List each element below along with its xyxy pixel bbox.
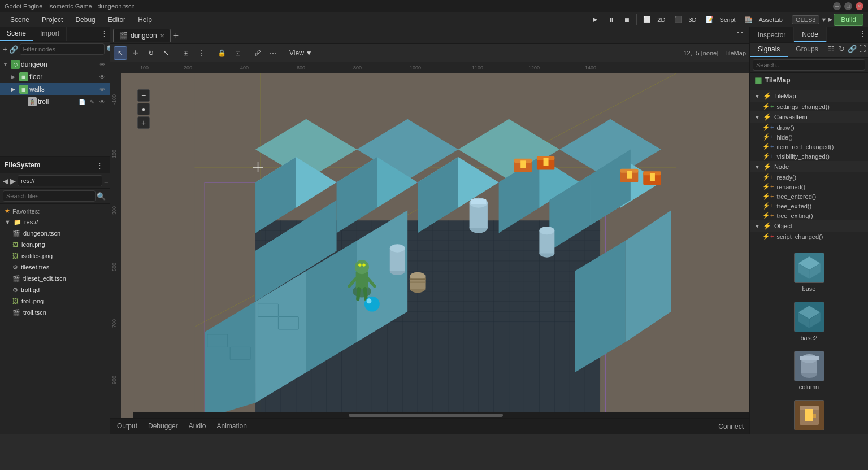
tilemap-indicator: TileMap [724, 50, 746, 56]
rotate-tool-btn[interactable]: ↻ [144, 46, 158, 60]
tree-item-dungeon[interactable]: ▼ ⬡ dungeon 👁 [0, 58, 110, 71]
menu-scene[interactable]: Scene [5, 14, 35, 25]
inspector-search-input[interactable] [753, 59, 865, 71]
tab-import[interactable]: Import [33, 27, 67, 41]
menu-editor[interactable]: Editor [102, 14, 131, 25]
filter-nodes-input[interactable] [20, 43, 105, 55]
inspector-link-btn[interactable]: 🔗 [847, 43, 858, 54]
scene-viewport[interactable]: − ● + [121, 73, 749, 418]
build-button[interactable]: Build [834, 14, 863, 26]
edit-icon-troll[interactable]: ✎ [88, 97, 97, 106]
close-btn[interactable]: ✕ [856, 2, 863, 10]
fs-file-isotiles[interactable]: 🖼 isotiles.png [0, 250, 110, 262]
fs-forward-btn[interactable]: ▶ [10, 175, 16, 186]
zoom-in-btn[interactable]: + [137, 116, 150, 129]
visibility-icon-floor[interactable]: 👁 [98, 72, 107, 81]
smart-snap-btn[interactable]: ⊞ [179, 46, 193, 60]
zoom-reset-btn[interactable]: ● [137, 103, 150, 115]
fs-back-btn[interactable]: ◀ [3, 175, 8, 186]
subtab-groups[interactable]: Groups [788, 43, 826, 57]
tile-base2[interactable]: base2 [750, 297, 868, 346]
menu-help[interactable]: Help [132, 14, 158, 25]
stop-button[interactable]: ⏹ [619, 12, 634, 27]
fs-file-tileset[interactable]: ⚙ tileset.tres [0, 262, 110, 273]
add-node-btn[interactable]: + [3, 43, 7, 55]
svg-text:400: 400 [240, 65, 249, 71]
move-tool-btn[interactable]: ✛ [129, 46, 142, 60]
subtab-signals[interactable]: Signals [750, 43, 788, 57]
hscroll-thumb[interactable] [349, 414, 503, 417]
expand-btn-right[interactable]: ▶ [828, 16, 832, 23]
view-btn[interactable]: View ▼ [286, 46, 316, 60]
tree-item-troll[interactable]: 🧌 troll 📄 ✎ 👁 [0, 95, 110, 108]
visibility-icon-troll[interactable]: 👁 [98, 97, 107, 106]
play-button[interactable]: ▶ [588, 12, 602, 27]
mode-script-button[interactable]: 📝 Script [702, 12, 740, 27]
fs-view-btn[interactable]: ≡ [104, 175, 108, 186]
tree-item-floor[interactable]: ▶ ▦ floor 👁 [0, 71, 110, 83]
more-tools-btn[interactable]: ⋯ [266, 46, 280, 60]
signal-group-object-header[interactable]: ▼ ⚡ Object [750, 220, 868, 232]
group-btn[interactable]: ⊡ [231, 46, 245, 60]
fs-search-btn[interactable]: 🔍 [96, 190, 107, 202]
mode-assetlib-button[interactable]: 🏬 AssetLib [741, 12, 787, 27]
menu-debug[interactable]: Debug [70, 14, 101, 25]
fs-file-dungeon[interactable]: 🎬 dungeon.tscn [0, 228, 110, 239]
inspector-expand-btn[interactable]: ⛶ [857, 43, 868, 54]
signal-group-canvasitem-header[interactable]: ▼ ⚡ CanvasItem [750, 111, 868, 123]
fullscreen-btn[interactable]: ⛶ [733, 29, 747, 42]
signal-group-node-header[interactable]: ▼ ⚡ Node [750, 161, 868, 172]
viewport-tab-dungeon[interactable]: 🎬 dungeon ✕ [113, 29, 171, 42]
tab-output[interactable]: Output [116, 420, 138, 433]
signal-group-tilemap-header[interactable]: ▼ ⚡ TileMap [750, 90, 868, 102]
gles-arrow[interactable]: ▼ [821, 16, 827, 23]
connect-btn[interactable]: Connect [718, 423, 744, 430]
maximize-btn[interactable]: □ [844, 2, 852, 10]
script-icon-troll[interactable]: 📄 [77, 97, 86, 106]
fs-file-troll-png[interactable]: 🖼 troll.png [0, 295, 110, 307]
signal-canvas-draw: ⚡+ draw() [750, 123, 868, 132]
inspector-add-btn[interactable]: ☷ [826, 43, 837, 54]
viewport-canvas[interactable]: -100 200 400 600 800 1000 1100 1200 1400… [110, 62, 749, 418]
select-tool-btn[interactable]: ↖ [114, 46, 127, 60]
fs-path-input[interactable] [18, 175, 102, 186]
menu-project[interactable]: Project [36, 14, 68, 25]
scene-panel-menu-btn[interactable]: ⋮ [98, 27, 110, 38]
lock-btn[interactable]: 🔒 [214, 46, 229, 60]
paint-tool-btn[interactable]: 🖊 [251, 46, 264, 60]
pause-button[interactable]: ⏸ [604, 12, 618, 27]
tile-column[interactable]: column [750, 346, 868, 395]
scale-tool-btn[interactable]: ⤡ [159, 46, 173, 60]
svg-line-113 [365, 289, 366, 299]
mode-3d-button[interactable]: ⬛ 3D [670, 12, 700, 27]
minimize-btn[interactable]: ─ [833, 2, 841, 10]
fs-file-tileset-edit[interactable]: 🎬 tileset_edit.tscn [0, 273, 110, 284]
instance-scene-btn[interactable]: 🔗 [9, 43, 18, 55]
visibility-icon-dungeon[interactable]: 👁 [98, 60, 107, 69]
fs-file-icon[interactable]: 🖼 icon.png [0, 239, 110, 250]
mode-2d-button[interactable]: ⬜ 2D [639, 12, 669, 27]
tab-scene[interactable]: Scene [0, 27, 33, 41]
tiles-section: base base2 [750, 248, 868, 434]
filesystem-menu-btn[interactable]: ⋮ [94, 159, 105, 171]
tile-base[interactable]: base [750, 248, 868, 297]
fs-folder-res[interactable]: ▼ 📁 res:// [0, 216, 110, 228]
tree-item-walls[interactable]: ▶ ▦ walls 👁 [0, 83, 110, 95]
inspector-tab-inspector[interactable]: Inspector [750, 27, 794, 42]
fs-file-troll-gd[interactable]: ⚙ troll.gd [0, 284, 110, 295]
tab-audio[interactable]: Audio [188, 420, 207, 433]
tab-animation[interactable]: Animation [215, 420, 248, 433]
fs-file-troll-tscn[interactable]: 🎬 troll.tscn [0, 307, 110, 318]
tile-door1[interactable]: door1 [750, 395, 868, 434]
tab-debugger[interactable]: Debugger [147, 420, 179, 433]
fs-search-input[interactable] [3, 190, 96, 202]
visibility-icon-walls[interactable]: 👁 [98, 85, 107, 94]
inspector-refresh-btn[interactable]: ↻ [836, 43, 847, 54]
add-viewport-tab-btn[interactable]: + [173, 31, 179, 40]
zoom-out-btn[interactable]: − [137, 89, 150, 102]
signal-canvas-visibility: ⚡+ visibility_changed() [750, 151, 868, 161]
use-snap-btn[interactable]: ⋮ [194, 46, 208, 60]
inspector-panel-menu-btn[interactable]: ⋮ [857, 27, 868, 38]
inspector-tab-node[interactable]: Node [794, 27, 827, 42]
signal-group-canvasitem: ▼ ⚡ CanvasItem ⚡+ draw() ⚡+ hide() ⚡+ [750, 111, 868, 161]
